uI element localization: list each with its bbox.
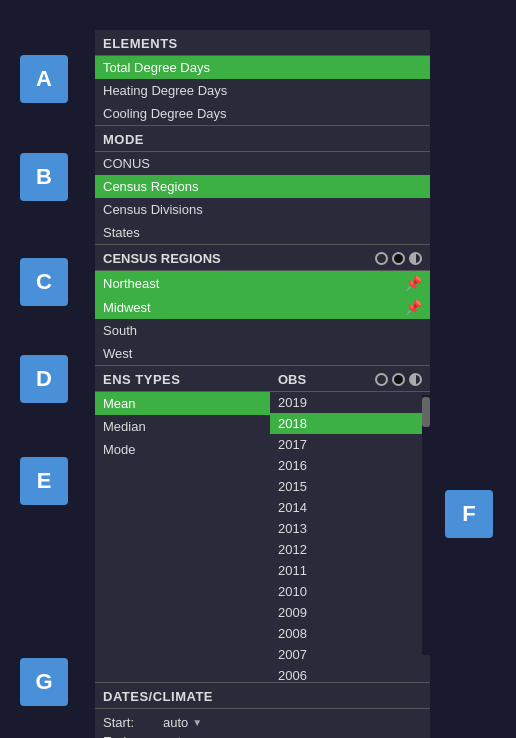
census-header: CENSUS REGIONS [95, 245, 430, 270]
mode-census-divisions[interactable]: Census Divisions [95, 198, 430, 221]
circle-filled-icon[interactable] [392, 252, 405, 265]
elements-header: ELEMENTS [95, 30, 430, 55]
obs-year-2009[interactable]: 2009 [270, 602, 430, 623]
census-south[interactable]: South [95, 319, 430, 342]
main-panel: ELEMENTS Total Degree Days Heating Degre… [95, 30, 430, 738]
start-label: Start: [103, 715, 163, 730]
census-circle-icons[interactable] [375, 252, 422, 265]
label-b: B [20, 153, 68, 201]
obs-year-2019[interactable]: 2019 [270, 392, 430, 413]
pin-green-icon: 📌 [405, 275, 422, 291]
start-row: Start: auto ▼ [103, 713, 422, 732]
dates-content: Start: auto ▼ End: auto ▼ Climate: ⏻ (on… [95, 709, 430, 738]
scrollbar-thumb[interactable] [422, 397, 430, 427]
label-c: C [20, 258, 68, 306]
element-cooling-degree-days[interactable]: Cooling Degree Days [95, 102, 430, 125]
obs-year-2013[interactable]: 2013 [270, 518, 430, 539]
obs-years-list[interactable]: 2019 2018 2017 2016 2015 2014 2013 2012 … [270, 392, 430, 682]
obs-year-2011[interactable]: 2011 [270, 560, 430, 581]
ens-header: ENS TYPES [95, 366, 270, 391]
element-heating-degree-days[interactable]: Heating Degree Days [95, 79, 430, 102]
obs-panel: OBS 2019 2018 2017 2016 2015 2014 2013 2… [270, 365, 430, 682]
census-section: CENSUS REGIONS Northeast 📌 Midwest 📌 Sou… [95, 244, 430, 365]
obs-title: OBS [278, 372, 306, 387]
elements-section: ELEMENTS Total Degree Days Heating Degre… [95, 30, 430, 125]
end-value[interactable]: auto [163, 734, 188, 738]
label-e: E [20, 457, 68, 505]
ens-mean[interactable]: Mean [95, 392, 270, 415]
label-g: G [20, 658, 68, 706]
obs-year-2016[interactable]: 2016 [270, 455, 430, 476]
obs-year-2017[interactable]: 2017 [270, 434, 430, 455]
mode-header: MODE [95, 126, 430, 151]
census-northeast[interactable]: Northeast 📌 [95, 271, 430, 295]
dates-section: DATES/CLIMATE Start: auto ▼ End: auto ▼ … [95, 683, 430, 738]
scrollbar-track[interactable] [422, 395, 430, 655]
obs-circle-half[interactable] [409, 373, 422, 386]
ens-median[interactable]: Median [95, 415, 270, 438]
obs-year-2008[interactable]: 2008 [270, 623, 430, 644]
obs-circle-icons[interactable] [375, 373, 422, 386]
end-label: End: [103, 734, 163, 738]
obs-year-2015[interactable]: 2015 [270, 476, 430, 497]
obs-year-2010[interactable]: 2010 [270, 581, 430, 602]
census-midwest-label: Midwest [103, 300, 151, 315]
obs-year-2012[interactable]: 2012 [270, 539, 430, 560]
mode-section: MODE CONUS Census Regions Census Divisio… [95, 125, 430, 244]
obs-year-2018[interactable]: 2018 [270, 413, 430, 434]
mode-conus[interactable]: CONUS [95, 152, 430, 175]
dates-header: DATES/CLIMATE [95, 683, 430, 708]
obs-year-2006[interactable]: 2006 [270, 665, 430, 682]
obs-year-2007[interactable]: 2007 [270, 644, 430, 665]
census-northeast-label: Northeast [103, 276, 159, 291]
start-value[interactable]: auto [163, 715, 188, 730]
element-total-degree-days[interactable]: Total Degree Days [95, 56, 430, 79]
mode-states[interactable]: States [95, 221, 430, 244]
pin-yellow-icon: 📌 [405, 299, 422, 315]
ens-obs-container: ENS TYPES Mean Median Mode OBS 2019 2018… [95, 365, 430, 682]
mode-census-regions[interactable]: Census Regions [95, 175, 430, 198]
obs-header: OBS [270, 366, 430, 391]
circle-empty-icon[interactable] [375, 252, 388, 265]
obs-year-2014[interactable]: 2014 [270, 497, 430, 518]
obs-circle-empty[interactable] [375, 373, 388, 386]
start-arrow-icon[interactable]: ▼ [192, 717, 202, 728]
label-d: D [20, 355, 68, 403]
census-midwest[interactable]: Midwest 📌 [95, 295, 430, 319]
circle-half-icon[interactable] [409, 252, 422, 265]
obs-circle-filled[interactable] [392, 373, 405, 386]
end-row: End: auto ▼ [103, 732, 422, 738]
label-a: A [20, 55, 68, 103]
ens-mode[interactable]: Mode [95, 438, 270, 461]
census-header-title: CENSUS REGIONS [103, 251, 221, 266]
ens-panel: ENS TYPES Mean Median Mode [95, 365, 270, 682]
census-west[interactable]: West [95, 342, 430, 365]
label-f: F [445, 490, 493, 538]
